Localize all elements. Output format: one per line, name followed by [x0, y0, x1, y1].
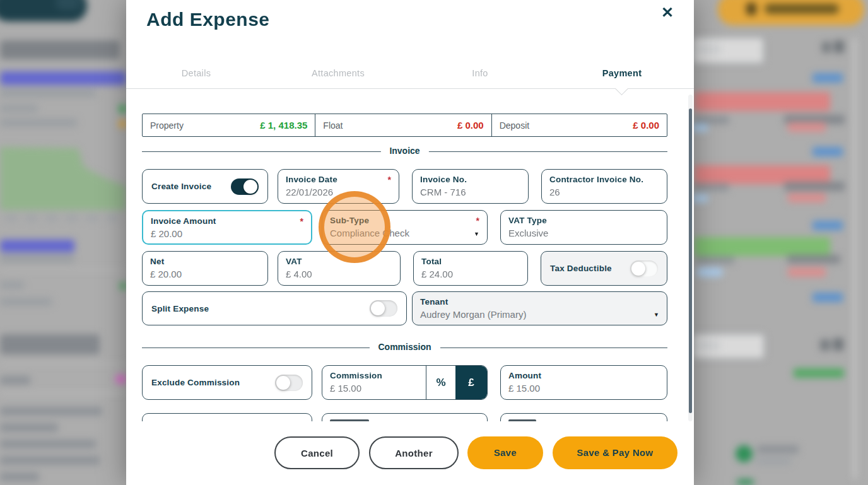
create-invoice-field: Create Invoice [142, 169, 268, 204]
contractor-invoice-no-label: Contractor Invoice No. [549, 175, 659, 184]
bg-blob [757, 445, 799, 453]
tab-attachments[interactable]: Attachments [294, 68, 382, 78]
commission-amount-field[interactable]: Amount £ 15.00 [500, 365, 667, 400]
deposit-value: £ 0.00 [633, 120, 659, 131]
sub-type-label: Sub-Type [330, 216, 479, 225]
save-and-pay-now-button[interactable]: Save & Pay Now [553, 436, 677, 469]
invoice-no-field[interactable]: Invoice No. CRM - 716 [412, 169, 529, 204]
commission-input-area[interactable]: Commission £ 15.00 [322, 366, 426, 399]
vat-type-value: Exclusive [508, 228, 659, 238]
bg-blob [784, 182, 845, 191]
vat-type-field[interactable]: VAT Type Exclusive [500, 210, 667, 245]
bg-blob [787, 255, 840, 264]
bg-blob [694, 183, 729, 191]
bg-blob [834, 40, 844, 53]
bg-blob [45, 216, 58, 221]
tabs-divider [126, 88, 694, 89]
commission-field[interactable]: Commission £ 15.00 % £ [322, 365, 488, 400]
bg-blob [0, 440, 96, 448]
balances-summary-bar: Property £ 1, 418.35 Float £ 0.00 Deposi… [142, 114, 667, 137]
bg-blob [0, 407, 102, 416]
commission-unit-percent-button[interactable]: % [426, 366, 455, 399]
net-label: Net [150, 257, 260, 266]
tenant-field[interactable]: Tenant Audrey Morgan (Primary) ▼ [412, 291, 667, 325]
bg-blob [820, 339, 830, 351]
bg-input-outline [691, 333, 765, 359]
bg-blob [106, 216, 119, 221]
close-icon[interactable]: ✕ [657, 3, 677, 23]
bg-area-chart [0, 147, 126, 210]
bg-blob [115, 375, 127, 383]
required-marker: * [388, 175, 391, 185]
bg-blob [0, 269, 126, 271]
bg-blob [853, 38, 857, 479]
total-value: £ 24.00 [421, 269, 520, 279]
modal-scrollbar-thumb[interactable] [689, 108, 692, 413]
save-button[interactable]: Save [467, 436, 543, 469]
contractor-invoice-no-field[interactable]: Contractor Invoice No. 26 [541, 169, 667, 204]
property-value: £ 1, 418.35 [260, 120, 307, 131]
invoice-date-value: 22/01/2026 [286, 187, 391, 197]
total-field[interactable]: Total £ 24.00 [413, 251, 528, 286]
bg-blob [0, 40, 120, 59]
invoice-amount-field[interactable]: Invoice Amount * £ 20.00 [142, 210, 312, 245]
bg-blob [696, 256, 734, 264]
bg-blob [0, 363, 126, 365]
chevron-down-icon: ▼ [474, 231, 479, 237]
vat-field[interactable]: VAT £ 4.00 [278, 251, 401, 286]
tax-deductible-field: Tax Deductible [541, 251, 667, 286]
invoice-amount-value: £ 20.00 [151, 228, 303, 239]
bg-blob [66, 216, 78, 221]
bg-blob [765, 4, 839, 14]
bg-blob [694, 237, 830, 256]
exclude-commission-toggle[interactable] [275, 375, 303, 391]
bg-blob [822, 42, 831, 53]
bg-blob [0, 423, 58, 432]
required-marker: * [300, 216, 303, 226]
tenant-label: Tenant [420, 297, 659, 307]
net-field[interactable]: Net £ 20.00 [142, 251, 268, 286]
cancel-button[interactable]: Cancel [274, 436, 360, 469]
modal-footer: Cancel Another Save Save & Pay Now [126, 421, 694, 485]
tax-deductible-toggle[interactable] [630, 260, 658, 277]
summary-property: Property £ 1, 418.35 [143, 114, 315, 136]
invoice-section-divider: Invoice [142, 151, 667, 152]
invoice-date-label: Invoice Date [286, 175, 391, 184]
deposit-label: Deposit [500, 120, 529, 131]
create-invoice-toggle[interactable] [231, 178, 259, 195]
bg-blob [756, 458, 791, 465]
toggle-knob [276, 376, 290, 390]
sub-type-field[interactable]: Sub-Type * Compliance Check ▼ [322, 210, 488, 245]
bg-blob [812, 147, 843, 156]
bg-blob [833, 338, 843, 351]
split-expense-toggle[interactable] [370, 300, 397, 317]
commission-unit-pound-button[interactable]: £ [455, 366, 487, 399]
bg-blob [0, 392, 126, 394]
bg-blob [694, 92, 830, 111]
bg-blob [0, 456, 100, 465]
invoice-no-value: CRM - 716 [420, 187, 520, 197]
sub-type-value: Compliance Check [330, 228, 479, 238]
property-label: Property [150, 120, 184, 131]
create-invoice-label: Create Invoice [151, 182, 211, 191]
bg-blob [0, 376, 30, 385]
toggle-knob [243, 180, 257, 194]
invoice-date-field[interactable]: Invoice Date * 22/01/2026 [278, 169, 399, 204]
bg-blob [0, 281, 24, 289]
total-label: Total [421, 257, 520, 266]
tenant-value: Audrey Morgan (Primary) [420, 309, 659, 320]
tab-info[interactable]: Info [436, 68, 524, 78]
bg-blob [0, 105, 38, 112]
tab-payment[interactable]: Payment [578, 68, 666, 78]
commission-value: £ 15.00 [330, 383, 418, 394]
summary-float: Float £ 0.00 [315, 114, 491, 136]
another-button[interactable]: Another [369, 436, 459, 469]
bg-blob [812, 293, 843, 302]
bg-blob [86, 216, 98, 221]
vat-label: VAT [286, 257, 392, 266]
bg-blob [737, 479, 754, 485]
commission-label: Commission [330, 371, 418, 380]
tab-details[interactable]: Details [152, 68, 240, 78]
bg-blob [0, 119, 77, 127]
bg-blob [736, 445, 753, 462]
